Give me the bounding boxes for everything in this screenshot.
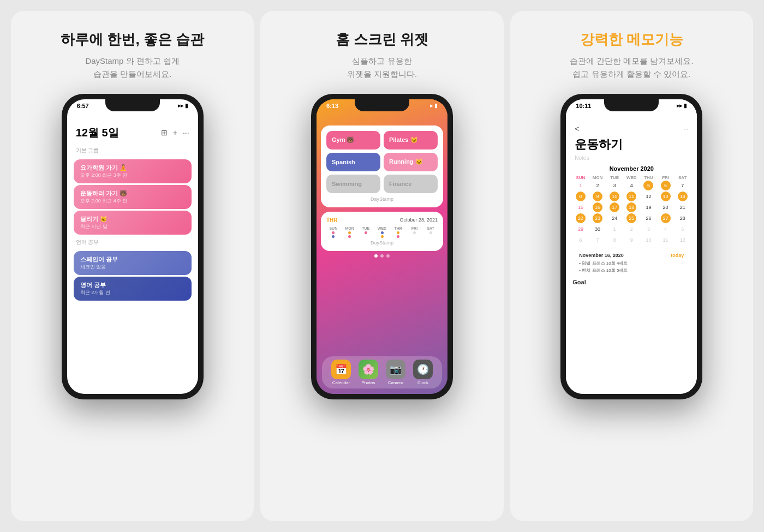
phone-screen-3: 10:11 ▸▸ ▮ < ··· 운동하기 Notes November 202… <box>566 99 697 394</box>
status-icons-2: ▸ ▮ <box>430 103 438 109</box>
week-4: 22 23 24 25 26 27 28 <box>572 213 690 224</box>
dock-clock[interactable]: 🕐 Clock <box>413 360 433 385</box>
habit-name-yoga: 요가학원 가기 🧘 <box>80 164 185 172</box>
camera-dock-icon: 📷 <box>386 360 405 379</box>
habit-header-actions: ⊞ + ··· <box>161 128 189 137</box>
week-header: SUN MON TUE WED THU FRI SAT <box>572 175 690 180</box>
week-1: 1 2 3 4 5 6 7 <box>572 180 690 191</box>
dot-1 <box>374 254 378 258</box>
status-icons-3: ▸▸ ▮ <box>677 103 687 109</box>
calendar-widget: THR October 28, 2021 SUN MON TUE WED THR… <box>321 212 443 251</box>
habit-name-english: 영어 공부 <box>80 281 185 289</box>
widget-cell-pilates[interactable]: Pilates 🐱 <box>384 131 438 150</box>
calendar-dock-label: Calendar <box>332 380 350 385</box>
panel2-title: 홈 스크린 위젯 <box>336 31 428 49</box>
add-icon[interactable]: + <box>173 128 177 137</box>
phone-screen-2: 6:13 ▸ ▮ Gym 🐻 Pilates 🐱 Spanish Running… <box>317 99 447 394</box>
calendar-grid: November 2020 SUN MON TUE WED THU FRI SA… <box>566 165 697 246</box>
widget-brand-1: DayStamp <box>326 196 438 202</box>
notch-3 <box>604 99 659 111</box>
habit-screen: 6:57 ▸▸ ▮ 12월 5일 ⊞ + ··· 기본 그룹 <box>67 99 198 394</box>
habit-item-english[interactable]: 영어 공부 최근 2개월 전 <box>74 277 192 301</box>
panel3-title: 강력한 메모기능 <box>580 31 683 49</box>
wifi-icon-2: ▸ <box>430 103 433 109</box>
cal-header: SUN MON TUE WED THR FRI SAT <box>326 226 438 230</box>
habit-header: 12월 5일 ⊞ + ··· <box>67 109 198 145</box>
widget-cell-spanish[interactable]: Spanish <box>326 153 380 171</box>
home-icons <box>317 258 447 263</box>
goal-label: Goal <box>572 279 690 285</box>
more-icon[interactable]: ··· <box>183 128 189 137</box>
log-date-row: November 16, 2020 today <box>579 253 684 258</box>
home-dock: 📅 Calendar 🌸 Photos 📷 Camera 🕐 Clock <box>322 356 442 388</box>
battery-icon-2: ▮ <box>434 103 438 109</box>
panel3-subtitle: 습관에 간단한 메모를 남겨보세요.쉽고 유용하게 활용할 수 있어요. <box>570 55 694 81</box>
wifi-icon-3: ▸▸ <box>677 103 682 109</box>
panel-2: 홈 스크린 위젯 심플하고 유용한위젯을 지원합니다. 6:13 ▸ ▮ Gym… <box>260 11 503 521</box>
week-5: 29 30 1 2 3 4 5 <box>572 224 690 235</box>
clock-dock-icon: 🕐 <box>413 360 433 379</box>
phone-frame-1: 6:57 ▸▸ ▮ 12월 5일 ⊞ + ··· 기본 그룹 <box>62 94 204 399</box>
status-time-3: 10:11 <box>576 103 591 109</box>
panel2-subtitle: 심플하고 유용한위젯을 지원합니다. <box>347 55 417 81</box>
panel1-subtitle: DayStamp 와 편하고 쉽게습관을 만들어보세요. <box>85 55 180 81</box>
habit-sub-running: 최근 지난 달 <box>80 223 185 230</box>
battery-icon: ▮ <box>185 103 188 109</box>
widget-grid: Gym 🐻 Pilates 🐱 Spanish Running 🐱 Swimmi… <box>326 131 438 193</box>
calendar-icon[interactable]: ⊞ <box>161 128 168 137</box>
goal-section: Goal <box>566 277 697 288</box>
habit-item-exercise[interactable]: 운동하러 가기 🐻 오후 2:00 최근 4주 전 <box>74 185 192 209</box>
widget-brand-2: DayStamp <box>326 240 438 246</box>
week-6: 6 7 8 9 10 11 12 <box>572 235 690 246</box>
status-time-1: 6:57 <box>77 103 89 109</box>
photos-dock-label: Photos <box>362 380 375 385</box>
notes-screen: 10:11 ▸▸ ▮ < ··· 운동하기 Notes November 202… <box>566 99 697 394</box>
habit-sub-yoga: 오후 2:00 최근 3주 전 <box>80 172 185 179</box>
cal-dots-row <box>326 231 438 238</box>
notch-2 <box>355 99 409 111</box>
habit-item-spanish[interactable]: 스페인어 공부 체크인 없음 <box>74 251 192 275</box>
phone-frame-3: 10:11 ▸▸ ▮ < ··· 운동하기 Notes November 202… <box>560 94 702 399</box>
photos-dock-icon: 🌸 <box>359 360 378 379</box>
notes-log: November 16, 2020 today 덤벨 프레스 10회 4세트 벤… <box>572 248 690 277</box>
notes-subtitle: Notes <box>566 155 697 165</box>
week-3: 15 16 17 18 19 20 21 <box>572 202 690 213</box>
widget-cell-running[interactable]: Running 🐱 <box>384 153 438 171</box>
calendar-dock-icon: 📅 <box>331 360 351 379</box>
log-item-2: 벤치 프레스 10회 5세트 <box>579 267 684 273</box>
habit-date: 12월 5일 <box>76 125 119 140</box>
dot-2 <box>380 254 384 258</box>
widget-cell-gym[interactable]: Gym 🐻 <box>326 131 380 150</box>
habit-sub-english: 최근 2개월 전 <box>80 289 185 296</box>
wifi-icon: ▸▸ <box>178 103 183 109</box>
habit-item-yoga[interactable]: 요가학원 가기 🧘 오후 2:00 최근 3주 전 <box>74 159 192 183</box>
habit-item-running[interactable]: 달리기 🐱 최근 지난 달 <box>74 211 192 235</box>
notes-more-icon[interactable]: ··· <box>683 125 688 132</box>
widget-cell-swimming[interactable]: Swimming <box>326 175 380 193</box>
habit-name-exercise: 운동하러 가기 🐻 <box>80 189 185 198</box>
dot-3 <box>386 254 390 258</box>
section-label-1: 기본 그룹 <box>67 145 198 158</box>
notes-title: 운동하기 <box>566 136 697 155</box>
notes-nav: < ··· <box>566 109 697 136</box>
log-date: November 16, 2020 <box>579 253 624 258</box>
week-2: 8 9 10 11 12 13 14 <box>572 191 690 202</box>
back-icon[interactable]: < <box>575 124 579 133</box>
log-item-1: 덤벨 프레스 10회 4세트 <box>579 260 684 266</box>
panel-1: 하루에 한번, 좋은 습관 DayStamp 와 편하고 쉽게습관을 만들어보세… <box>11 11 254 521</box>
dock-camera[interactable]: 📷 Camera <box>386 360 405 385</box>
widget-cell-finance[interactable]: Finance <box>384 175 438 193</box>
month-label: November 2020 <box>572 165 690 172</box>
habit-name-running: 달리기 🐱 <box>80 215 185 223</box>
panel1-title: 하루에 한번, 좋은 습관 <box>61 31 204 49</box>
clock-dock-label: Clock <box>417 380 428 385</box>
battery-icon-3: ▮ <box>684 103 687 109</box>
habit-widget: Gym 🐻 Pilates 🐱 Spanish Running 🐱 Swimmi… <box>321 125 443 207</box>
dock-calendar[interactable]: 📅 Calendar <box>331 360 351 385</box>
dock-photos[interactable]: 🌸 Photos <box>359 360 378 385</box>
panel-3: 강력한 메모기능 습관에 간단한 메모를 남겨보세요.쉽고 유용하게 활용할 수… <box>510 11 753 521</box>
section-label-2: 언어 공부 <box>67 236 198 249</box>
phone-frame-2: 6:13 ▸ ▮ Gym 🐻 Pilates 🐱 Spanish Running… <box>311 94 453 399</box>
status-icons-1: ▸▸ ▮ <box>178 103 188 109</box>
camera-dock-label: Camera <box>388 380 403 385</box>
